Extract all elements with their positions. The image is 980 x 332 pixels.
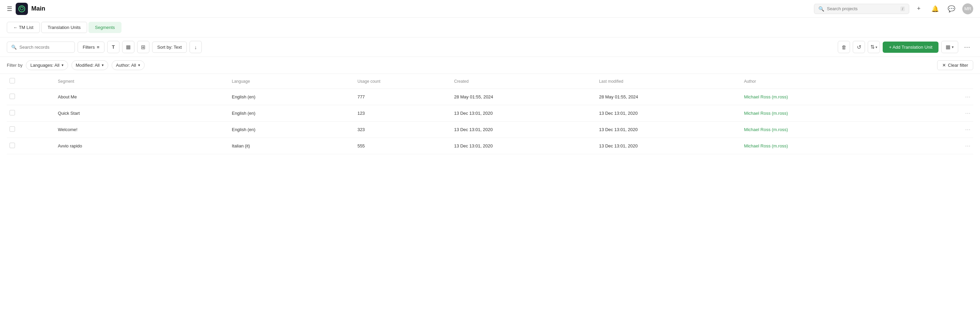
languages-chevron-icon: ▾ <box>62 63 64 67</box>
tab-translation-units[interactable]: Translation Units <box>41 22 87 33</box>
author-link[interactable]: Michael Ross (m.ross) <box>744 144 788 148</box>
sort-button[interactable]: Sort by: Text <box>152 42 187 53</box>
search-projects-input[interactable] <box>827 6 898 11</box>
expand-button[interactable]: ⊞ <box>137 41 150 53</box>
delete-button[interactable]: 🗑 <box>838 41 850 53</box>
modified-filter[interactable]: Modified: All ▾ <box>72 60 108 70</box>
row-checkbox[interactable] <box>10 94 15 99</box>
add-translation-unit-button[interactable]: + Add Translation Unit <box>883 42 939 53</box>
table-row: Welcome! English (en) 323 13 Dec 13:01, … <box>7 121 973 138</box>
hamburger-icon[interactable]: ☰ <box>7 5 12 13</box>
row-language: English (en) <box>229 105 355 121</box>
app-header: ☰ Main 🔍 / + 🔔 💬 MR <box>0 0 980 18</box>
select-all-cell[interactable] <box>7 74 55 89</box>
app-logo <box>16 3 28 15</box>
clear-filter-x-icon: ✕ <box>942 63 946 68</box>
table-header: Segment Language Usage count Created Las… <box>7 74 973 89</box>
more-icon: ⋯ <box>964 43 970 51</box>
table-row: About Me English (en) 777 28 May 01:55, … <box>7 89 973 105</box>
author-link[interactable]: Michael Ross (m.ross) <box>744 127 788 132</box>
search-records-input[interactable] <box>19 45 70 50</box>
view-toggle-button[interactable]: ▦ ▾ <box>941 41 958 53</box>
app-title: Main <box>31 5 45 12</box>
row-checkbox[interactable] <box>10 110 15 115</box>
author-link[interactable]: Michael Ross (m.ross) <box>744 94 788 99</box>
row-language: English (en) <box>229 89 355 105</box>
author-filter-label: Author: All <box>116 63 136 68</box>
keyboard-shortcut-slash: / <box>900 6 905 11</box>
toolbar: 🔍 Filters ≡ T ▦ ⊞ Sort by: Text ↓ 🗑 ↺ ⇅ … <box>0 37 980 57</box>
filter-by-label: Filter by <box>7 63 22 68</box>
row-segment: Quick Start <box>55 105 229 121</box>
filters-label: Filters <box>83 45 95 50</box>
row-more-button[interactable]: ⋯ <box>934 138 973 154</box>
author-chevron-icon: ▾ <box>138 63 140 67</box>
author-filter[interactable]: Author: All ▾ <box>111 60 145 70</box>
clear-filter-button[interactable]: ✕ Clear filter <box>937 60 973 70</box>
row-author[interactable]: Michael Ross (m.ross) <box>741 89 934 105</box>
row-more-button[interactable]: ⋯ <box>934 105 973 121</box>
user-avatar[interactable]: MR <box>962 3 973 14</box>
notifications-button[interactable]: 🔔 <box>930 3 940 14</box>
col-header-action <box>934 74 973 89</box>
modified-chevron-icon: ▾ <box>102 63 104 67</box>
transfer-button[interactable]: ⇅ ▾ <box>868 41 880 53</box>
row-author[interactable]: Michael Ross (m.ross) <box>741 138 934 154</box>
filters-button[interactable]: Filters ≡ <box>78 42 105 53</box>
view-chevron-icon: ▾ <box>952 45 954 49</box>
table-container: Segment Language Usage count Created Las… <box>0 74 980 154</box>
search-records-box[interactable]: 🔍 <box>7 42 75 53</box>
chat-button[interactable]: 💬 <box>946 3 957 14</box>
row-checkbox-cell[interactable] <box>7 105 55 121</box>
row-author[interactable]: Michael Ross (m.ross) <box>741 121 934 138</box>
col-header-language: Language <box>229 74 355 89</box>
refresh-button[interactable]: ↺ <box>853 41 865 53</box>
languages-filter-label: Languages: All <box>30 63 59 68</box>
row-created: 13 Dec 13:01, 2020 <box>451 138 596 154</box>
row-more-button[interactable]: ⋯ <box>934 89 973 105</box>
row-usage-count: 555 <box>355 138 451 154</box>
tab-segments[interactable]: Segments <box>89 22 121 33</box>
sort-label: Sort by: Text <box>157 45 182 50</box>
row-language: English (en) <box>229 121 355 138</box>
header-actions: + 🔔 💬 MR <box>913 3 973 14</box>
font-icon: T <box>112 44 115 50</box>
col-header-author: Author <box>741 74 934 89</box>
languages-filter[interactable]: Languages: All ▾ <box>26 60 68 70</box>
expand-icon: ⊞ <box>141 44 145 50</box>
author-link[interactable]: Michael Ross (m.ross) <box>744 111 788 116</box>
sort-direction-button[interactable]: ↓ <box>189 41 202 53</box>
row-created: 13 Dec 13:01, 2020 <box>451 121 596 138</box>
tab-tm-list[interactable]: ← TM List <box>7 22 40 33</box>
more-options-button[interactable]: ⋯ <box>961 41 973 53</box>
table-row: Quick Start English (en) 123 13 Dec 13:0… <box>7 105 973 121</box>
col-header-created: Created <box>451 74 596 89</box>
search-projects-box[interactable]: 🔍 / <box>814 4 909 14</box>
col-header-usage: Usage count <box>355 74 451 89</box>
row-author[interactable]: Michael Ross (m.ross) <box>741 105 934 121</box>
row-more-button[interactable]: ⋯ <box>934 121 973 138</box>
view-icon: ▦ <box>946 44 950 50</box>
row-checkbox-cell[interactable] <box>7 121 55 138</box>
logo-svg <box>18 5 25 13</box>
row-usage-count: 777 <box>355 89 451 105</box>
records-table: Segment Language Usage count Created Las… <box>7 74 973 154</box>
font-size-button[interactable]: T <box>107 41 119 53</box>
row-last-modified: 13 Dec 13:01, 2020 <box>596 105 741 121</box>
add-button[interactable]: + <box>913 3 924 14</box>
row-checkbox[interactable] <box>10 143 15 148</box>
row-checkbox[interactable] <box>10 126 15 132</box>
row-usage-count: 323 <box>355 121 451 138</box>
table-row: Avvio rapido Italian (it) 555 13 Dec 13:… <box>7 138 973 154</box>
chart-icon: ▦ <box>126 44 130 50</box>
add-translation-unit-label: + Add Translation Unit <box>889 45 932 50</box>
svg-point-0 <box>19 6 25 12</box>
modified-filter-label: Modified: All <box>76 63 100 68</box>
chart-view-button[interactable]: ▦ <box>122 41 134 53</box>
col-header-segment: Segment <box>55 74 229 89</box>
row-checkbox-cell[interactable] <box>7 138 55 154</box>
row-checkbox-cell[interactable] <box>7 89 55 105</box>
search-records-icon: 🔍 <box>11 45 17 50</box>
row-language: Italian (it) <box>229 138 355 154</box>
select-all-checkbox[interactable] <box>10 78 15 83</box>
